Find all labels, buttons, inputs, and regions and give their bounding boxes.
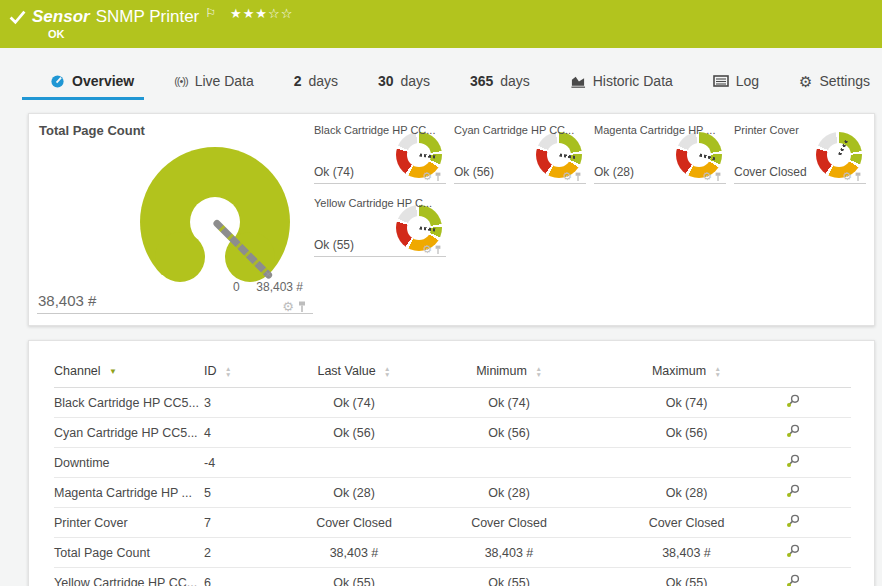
gauge-needle [699,154,715,161]
tab-settings[interactable]: ⚙ Settings [799,73,870,89]
gauge-tile-printer-cover[interactable]: Printer Cover Cover Closed ⚙ [734,124,866,184]
minimum-value: Ok (28) [414,478,604,508]
table-header-row: Channel ▼ ID ▲▼ Last Value ▲▼ Minimum ▲▼… [54,355,851,388]
table-row[interactable]: Cyan Cartridge HP CC5... 4 Ok (56) Ok (5… [54,418,851,448]
channel-id: 3 [204,388,294,418]
gauge-settings-gear-icon[interactable]: ⚙ [422,171,432,182]
tab-label: Historic Data [593,73,673,89]
table-row[interactable]: Total Page Count 2 38,403 # 38,403 # 38,… [54,538,851,568]
gauge-tile-black-cartridge[interactable]: Black Cartridge HP CC... Ok (74) ⚙ [314,124,446,184]
gauge-tile-magenta-cartridge[interactable]: Magenta Cartridge HP ... Ok (28) ⚙ [594,124,726,184]
sort-icon: ▲▼ [225,366,231,378]
column-header-last-value[interactable]: Last Value ▲▼ [294,355,414,388]
sort-icon: ▲▼ [384,366,390,378]
channel-id: -4 [204,448,294,478]
tab-label: Overview [72,73,134,89]
magnifier-icon[interactable] [786,424,800,438]
gauge-settings-gear-icon[interactable]: ⚙ [562,171,572,182]
tab-label: days [400,73,430,89]
tab-log[interactable]: Log [713,73,759,89]
flag-icon[interactable]: ⚐ [205,7,216,19]
tab-365-days[interactable]: 365 days [470,73,530,89]
gauge-needle [419,154,435,159]
column-header-maximum[interactable]: Maximum ▲▼ [604,355,769,388]
table-row[interactable]: Printer Cover 7 Cover Closed Cover Close… [54,508,851,538]
gauge-icon [50,74,65,89]
pin-icon[interactable] [574,172,582,182]
priority-stars[interactable]: ★★★☆☆ [230,7,293,21]
magnifier-icon[interactable] [786,394,800,408]
tab-label: Live Data [195,73,254,89]
tab-2-days[interactable]: 2 days [294,73,338,89]
maximum-value [604,448,769,478]
magnifier-icon[interactable] [786,484,800,498]
channel-name[interactable]: Cyan Cartridge HP CC5... [54,418,204,448]
sort-icon: ▲▼ [715,366,721,378]
last-value: Ok (74) [294,388,414,418]
gauge-tile-total-page-count[interactable]: Total Page Count × 0 38,403 # 38,403 # ⚙ [37,122,313,314]
channel-id: 2 [204,538,294,568]
tab-overview[interactable]: Overview [50,73,134,89]
gauge-current-value: 38,403 # [38,292,96,309]
gauge-settings-gear-icon[interactable]: ⚙ [842,171,852,182]
tab-label: days [308,73,338,89]
magnifier-icon[interactable] [786,454,800,468]
last-value [294,448,414,478]
sort-desc-icon: ▼ [109,367,117,376]
stars-filled: ★★★ [230,6,268,21]
channel-name[interactable]: Printer Cover [54,508,204,538]
last-value: Cover Closed [294,508,414,538]
status-badge: OK [48,28,65,40]
channel-name[interactable]: Downtime [54,448,204,478]
tab-bar: Overview ((•)) Live Data 2 days 30 days … [0,48,882,100]
gauge-settings-gear-icon[interactable]: ⚙ [422,244,432,255]
gauge-title: Cyan Cartridge HP CC... [454,124,586,136]
log-list-icon [713,74,729,88]
magnifier-icon[interactable] [786,544,800,558]
column-header-actions [769,355,851,388]
magnifier-icon[interactable] [786,574,800,586]
gauge-settings-gear-icon[interactable]: ⚙ [282,300,294,313]
minimum-value [414,448,604,478]
sort-icon: ▲▼ [535,366,541,378]
pin-icon[interactable] [434,245,442,255]
tab-label: days [500,73,530,89]
maximum-value: 38,403 # [604,538,769,568]
tab-30-days[interactable]: 30 days [378,73,430,89]
pin-icon[interactable] [297,301,307,313]
channel-id: 6 [204,568,294,586]
pin-icon[interactable] [434,172,442,182]
channel-name[interactable]: Black Cartridge HP CC5... [54,388,204,418]
table-row[interactable]: Downtime -4 [54,448,851,478]
tab-historic-data[interactable]: Historic Data [570,73,673,89]
table-row[interactable]: Yellow Cartridge HP CC... 6 Ok (55) Ok (… [54,568,851,586]
gauge-tile-yellow-cartridge[interactable]: Yellow Cartridge HP C... Ok (55) ⚙ [314,197,446,257]
channel-name[interactable]: Total Page Count [54,538,204,568]
table-row[interactable]: Magenta Cartridge HP ... 5 Ok (28) Ok (2… [54,478,851,508]
gauge-title: Yellow Cartridge HP C... [314,197,446,209]
channel-name[interactable]: Yellow Cartridge HP CC... [54,568,204,586]
tab-label: Log [736,73,759,89]
table-row[interactable]: Black Cartridge HP CC5... 3 Ok (74) Ok (… [54,388,851,418]
magnifier-icon[interactable] [786,514,800,528]
channel-id: 5 [204,478,294,508]
gauge-needle [838,140,848,156]
status-ok-check-icon [9,9,26,26]
channel-name[interactable]: Magenta Cartridge HP ... [54,478,204,508]
gauge-settings-gear-icon[interactable]: ⚙ [702,171,712,182]
gauge-current-value: Ok (56) [454,165,494,179]
column-header-channel[interactable]: Channel ▼ [54,355,204,388]
area-chart-icon [570,74,586,89]
pin-icon[interactable] [854,172,862,182]
maximum-value: Ok (55) [604,568,769,586]
column-header-id[interactable]: ID ▲▼ [204,355,294,388]
gauge-tile-cyan-cartridge[interactable]: Cyan Cartridge HP CC... Ok (56) ⚙ [454,124,586,184]
column-header-minimum[interactable]: Minimum ▲▼ [414,355,604,388]
live-data-icon: ((•)) [174,75,188,87]
channel-id: 4 [204,418,294,448]
gauge-needle [559,154,575,159]
pin-icon[interactable] [714,172,722,182]
gauge-current-value: Ok (55) [314,238,354,252]
gauge-title: Magenta Cartridge HP ... [594,124,726,136]
tab-live-data[interactable]: ((•)) Live Data [174,73,254,89]
